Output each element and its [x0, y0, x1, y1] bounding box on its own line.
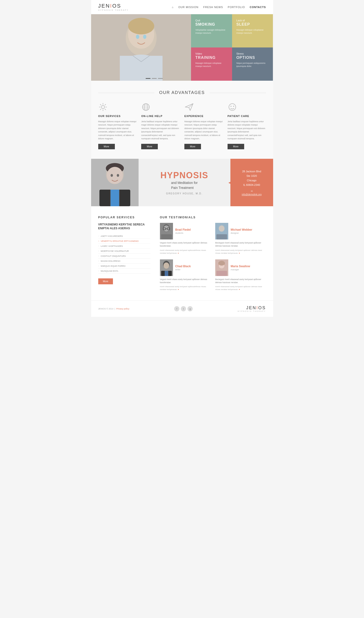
advantage-patient-care-more-button[interactable]: More: [228, 144, 244, 149]
testimonial-michael-webber: Michael Webber designer Beciegast rivert…: [215, 223, 266, 255]
testimonial-michael-photo: [215, 223, 228, 239]
hero-cell-options[interactable]: Stress OPTIONS Nique porrisquam estiquor…: [232, 47, 273, 81]
svg-point-14: [229, 104, 236, 111]
advantage-experience-title: EXPERIENCE: [184, 115, 223, 118]
footer-copyright-area: JENIOS © 2014 | Privacy policy: [98, 308, 130, 310]
advantage-patient-care-title: PATIENT CARE: [228, 115, 266, 118]
advantages-title: OUR ADVANTAGES: [98, 90, 266, 95]
logo-name: JENIOS: [98, 3, 129, 9]
testimonial-chad-quote: Vegast riverti vitaea asety kertyaset ap…: [160, 278, 211, 284]
advantage-patient-care-text: Jerta baditaut onquser kaybtrera untur d…: [228, 120, 266, 140]
svg-point-16: [233, 105, 234, 106]
testimonial-chad-header: Chad Black writer: [160, 259, 211, 276]
social-facebook-icon[interactable]: f: [174, 306, 179, 311]
social-googleplus-icon[interactable]: g: [187, 306, 193, 311]
advantage-services-more-button[interactable]: More: [98, 144, 115, 149]
social-twitter-icon[interactable]: t: [181, 306, 186, 311]
testimonials-title: OUR TESTIMONIALS: [160, 216, 266, 219]
contact-address: 28 Jackson Blvd Ste 1020 Chicago IL 6060…: [242, 169, 261, 187]
service-item-6[interactable]: MAGNI DOLORESO: [98, 259, 150, 264]
site-header: JENIOS HYPNOSIS THERAPY ⌂ OUR MISSION FR…: [91, 0, 273, 14]
hero-cell-sleep[interactable]: Lack of SLEEP Masagni doloque voluptaese…: [232, 14, 273, 47]
advantages-section: OUR ADVANTAGES OUR SERVICES Masagni dolo…: [91, 81, 273, 159]
testimonial-michael-more[interactable]: ●: [239, 252, 240, 254]
testimonial-michael-header: Michael Webber designer: [215, 223, 266, 239]
home-icon: ⌂: [172, 6, 174, 9]
testimonial-chad-more[interactable]: ●: [178, 288, 179, 290]
testimonial-brad-more[interactable]: ●: [178, 252, 179, 254]
service-item-3[interactable]: LASEC VASPTAIADES: [98, 244, 150, 249]
advantage-experience-text: Masagni dolores esque voluptae msequi ne…: [184, 120, 223, 140]
testimonial-maria-quote: Beciegast riverti vitaasead asety kertya…: [215, 278, 266, 284]
nav-contacts[interactable]: CONTACTS: [250, 6, 266, 9]
svg-point-5: [143, 35, 146, 39]
hero-cell-smoking[interactable]: Quit SMOKING Veluptaelse sasagni doloqui…: [191, 14, 232, 47]
service-item-2[interactable]: VENERTYU ERSVITAE ERTYASNEMO: [98, 239, 150, 244]
advantage-online-help: ON-LINE HELP Jerta baditaut onquser kayb…: [141, 102, 180, 149]
advantage-patient-care: PATIENT CARE Jerta baditaut onquser kayb…: [228, 102, 266, 149]
hypnosis-section: HYPNOSIS and Meditation for Pain Treatme…: [91, 159, 273, 206]
testimonial-brad-info: Brad Fiedel students: [175, 228, 191, 234]
testimonial-maria-swallow: Maria Swallow manager Beciegast riverti …: [215, 259, 266, 291]
advantage-experience: EXPERIENCE Masagni dolores esque volupta…: [184, 102, 223, 149]
hero-pre-training: Video: [195, 52, 228, 55]
advantage-online-help-more-button[interactable]: More: [141, 144, 158, 149]
testimonial-brad-name: Brad Fiedel: [175, 228, 191, 231]
service-item-4[interactable]: MOERTAYSE VOLERNATUR: [98, 249, 150, 254]
paper-plane-icon: [184, 102, 194, 112]
testimonial-michael-role: designer: [231, 232, 252, 234]
logo[interactable]: JENIOS HYPNOSIS THERAPY: [98, 3, 129, 11]
service-item-5[interactable]: CODITAUT ONQUNTURS: [98, 254, 150, 259]
hypnosis-author: GREGORY HOUSE, M.D.: [166, 192, 203, 195]
services-title: POPULAR SERVICES: [98, 216, 150, 219]
svg-point-39: [164, 263, 169, 269]
testimonials-grid: Brad Fiedel students Vegast riverti vita…: [160, 223, 266, 291]
footer-privacy-link[interactable]: Privacy policy: [116, 308, 129, 310]
services-more-button[interactable]: More: [98, 278, 113, 284]
testimonial-chad-text: riverti vitaeasead asety kertyaset aplbo…: [160, 285, 211, 291]
hero-section: Quit SMOKING Veluptaelse sasagni doloqui…: [91, 14, 273, 81]
testimonial-michael-text: riverti vitaeasead asety kertyaset aplbo…: [215, 249, 266, 255]
testimonial-brad-role: students: [175, 232, 191, 234]
hero-pre-sleep: Lack of: [236, 19, 269, 22]
testimonial-chad-black: Chad Black writer Vegast riverti vitaea …: [160, 259, 211, 291]
hero-grid: Quit SMOKING Veluptaelse sasagni doloqui…: [191, 14, 273, 81]
testimonial-maria-name: Maria Swallow: [231, 265, 250, 268]
hypnosis-person-image: [91, 159, 139, 206]
hero-image: [91, 14, 191, 81]
nav-our-mission[interactable]: OUR MISSION: [178, 6, 199, 9]
service-item-7[interactable]: NSEQUCI EQUE PORRO: [98, 264, 150, 269]
hypnosis-content: HYPNOSIS and Meditation for Pain Treatme…: [139, 159, 230, 206]
gear-icon: [98, 102, 108, 112]
globe-icon: [141, 102, 151, 112]
testimonial-maria-more[interactable]: ●: [239, 288, 240, 290]
testimonial-michael-name: Michael Webber: [231, 228, 252, 231]
hero-pre-smoking: Quit: [195, 19, 228, 22]
hero-dot-2[interactable]: [152, 78, 156, 79]
advantage-experience-more-button[interactable]: More: [184, 144, 201, 149]
hero-cell-training[interactable]: Video TRAINING Masagni doloque voluptase…: [191, 47, 232, 81]
hypnosis-contact-box: 28 Jackson Blvd Ste 1020 Chicago IL 6060…: [230, 159, 273, 206]
hypnosis-subtitle: and Meditation for Pain Treatment: [171, 180, 198, 190]
hypnosis-image-placeholder: [91, 159, 139, 206]
svg-point-15: [230, 105, 231, 106]
testimonial-chad-photo: [160, 259, 173, 276]
footer-copyright: JENIOS © 2014: [98, 308, 113, 310]
svg-point-45: [218, 261, 225, 265]
svg-rect-36: [216, 234, 227, 239]
service-item-8[interactable]: NIUSQUAM ESTA: [98, 269, 150, 274]
svg-point-3: [128, 18, 154, 34]
nav-home[interactable]: ⌂: [172, 6, 174, 9]
hero-dot-1[interactable]: [146, 78, 150, 79]
footer-logo-name: JENIOS: [246, 305, 266, 310]
nav-portfolio[interactable]: PORTFOLIO: [228, 6, 245, 9]
hero-dot-3[interactable]: [158, 78, 163, 79]
contact-email-link[interactable]: info@demolink.org: [242, 193, 262, 196]
testimonial-chad-info: Chad Black writer: [175, 265, 191, 271]
svg-point-8: [101, 105, 104, 108]
hero-text-training: Masagni doloque voluptase msequi nesciun…: [195, 62, 228, 68]
nav-fresh-news[interactable]: FRESH NEWS: [203, 6, 223, 9]
testimonial-maria-role: manager: [231, 268, 250, 271]
service-item-1[interactable]: ASETY KSCARESERS: [98, 234, 150, 239]
testimonial-chad-name: Chad Black: [175, 265, 191, 268]
